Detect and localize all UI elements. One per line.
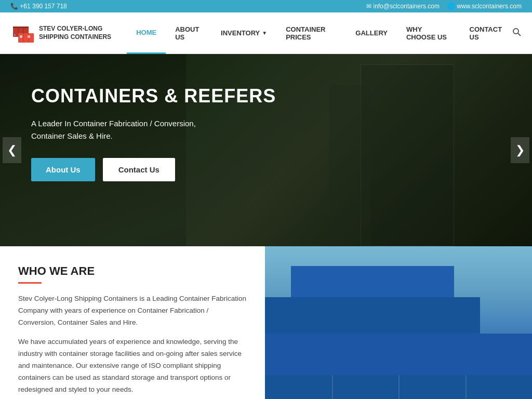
- search-icon: [512, 28, 522, 37]
- svg-rect-1: [13, 26, 29, 28]
- logo-text: STEV COLYER-LONG SHIPPING CONTAINERS: [39, 25, 111, 41]
- hero-subtitle: A Leader In Container Fabrication / Conv…: [31, 117, 239, 142]
- logo[interactable]: STEV COLYER-LONG SHIPPING CONTAINERS: [10, 19, 111, 47]
- about-us-hero-button[interactable]: About Us: [31, 158, 95, 181]
- svg-rect-10: [28, 35, 30, 38]
- nav-item-gallery[interactable]: GALLERY: [346, 12, 397, 54]
- nav-item-home[interactable]: HOME: [127, 12, 166, 54]
- hero-prev-button[interactable]: ❮: [3, 137, 21, 163]
- nav-item-why-choose-us[interactable]: WHY CHOOSE US: [397, 12, 460, 54]
- email-icon: ✉: [366, 3, 373, 10]
- svg-point-11: [513, 29, 518, 34]
- who-we-are-paragraph2: We have accumulated years of experience …: [18, 336, 247, 396]
- search-button[interactable]: [512, 28, 522, 39]
- hero-title: CONTAINERS & REEFERS: [31, 85, 501, 107]
- globe-icon: 🌐: [447, 3, 457, 10]
- hero-buttons: About Us Contact Us: [31, 158, 501, 181]
- hero-next-button[interactable]: ❯: [511, 137, 529, 163]
- container-image-overlay: [265, 246, 532, 399]
- inventory-dropdown-arrow: ▼: [262, 30, 267, 36]
- nav-item-inventory[interactable]: INVENTORY ▼: [211, 12, 276, 54]
- who-we-are-title: WHO WE ARE: [18, 264, 247, 278]
- topbar-phone[interactable]: 📞 +61 390 157 718: [10, 3, 67, 10]
- nav-item-about-us[interactable]: ABOUT US: [166, 12, 211, 54]
- topbar-website-link[interactable]: 🌐 www.sclcontainers.com: [447, 3, 522, 10]
- section-underline: [18, 282, 42, 284]
- logo-svg: [10, 19, 39, 47]
- nav-links: HOME ABOUT US INVENTORY ▼ CONTAINER PRIC…: [127, 12, 522, 54]
- svg-rect-4: [14, 34, 16, 36]
- nav-item-container-prices[interactable]: CONTAINER PRICES: [276, 12, 346, 54]
- contact-us-hero-button[interactable]: Contact Us: [103, 158, 175, 181]
- nav-item-contact-us[interactable]: CONTACT US: [460, 12, 513, 54]
- topbar-left: 📞 +61 390 157 718: [10, 3, 67, 10]
- svg-line-12: [518, 33, 521, 36]
- topbar-email-link[interactable]: ✉ info@sclcontainers.com: [366, 3, 440, 10]
- topbar-right: ✉ info@sclcontainers.com 🌐 www.sclcontai…: [366, 3, 522, 10]
- who-we-are-paragraph1: Stev Colyer-Long Shipping Containers is …: [18, 293, 247, 329]
- container-image-section: [265, 246, 532, 399]
- topbar: 📞 +61 390 157 718 ✉ info@sclcontainers.c…: [0, 0, 532, 12]
- hero-content: CONTAINERS & REEFERS A Leader In Contain…: [0, 54, 532, 212]
- who-we-are-section: WHO WE ARE Stev Colyer-Long Shipping Con…: [0, 246, 265, 399]
- navbar: STEV COLYER-LONG SHIPPING CONTAINERS HOM…: [0, 12, 532, 54]
- hero-section: ❮ CONTAINERS & REEFERS A Leader In Conta…: [0, 54, 532, 246]
- svg-rect-9: [20, 35, 22, 38]
- phone-icon: 📞: [10, 3, 20, 10]
- content-section: WHO WE ARE Stev Colyer-Long Shipping Con…: [0, 246, 532, 399]
